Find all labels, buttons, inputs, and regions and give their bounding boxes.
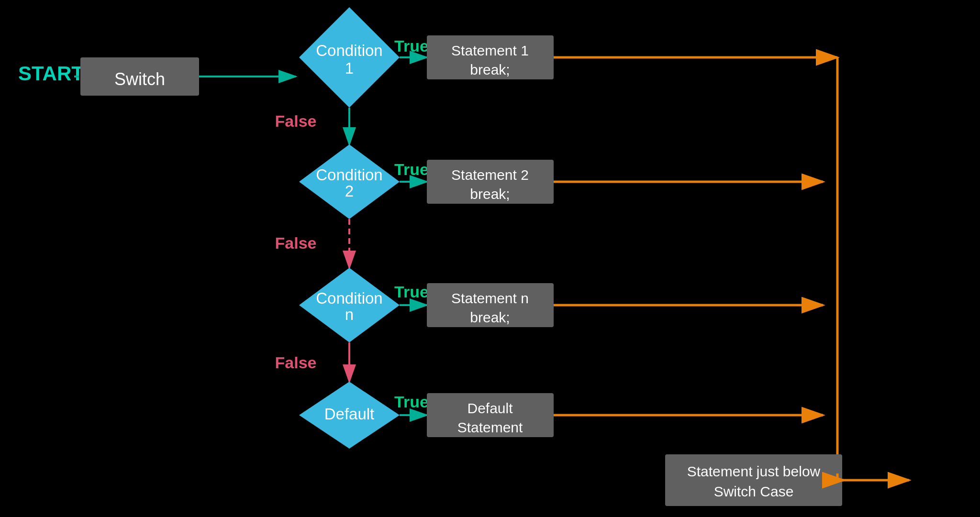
stmtd-line2: Statement <box>457 419 523 435</box>
stmt2-line2: break; <box>470 186 510 202</box>
true2-label: True <box>394 160 429 178</box>
start-label: START <box>18 62 84 85</box>
false2-label: False <box>275 234 317 252</box>
trued-label: True <box>394 393 429 411</box>
stmtd-line1: Default <box>467 400 513 416</box>
condition1-label: Condition <box>316 42 382 59</box>
condition2-label: Condition <box>316 166 382 184</box>
stmt1-line2: break; <box>470 62 510 77</box>
default-label: Default <box>324 405 375 423</box>
stmt1-line1: Statement 1 <box>451 43 529 58</box>
truen-label: True <box>394 283 429 301</box>
stmt-below-line1: Statement just below <box>687 463 821 479</box>
falsen-label: False <box>275 353 317 372</box>
condition1-num: 1 <box>345 59 354 77</box>
switch-label: Switch <box>114 69 165 89</box>
true1-label: True <box>394 37 429 55</box>
conditionn-num: n <box>345 306 354 323</box>
false1-label: False <box>275 112 317 130</box>
stmt-below-line2: Switch Case <box>714 484 794 499</box>
condition2-num: 2 <box>345 182 354 200</box>
stmt2-line1: Statement 2 <box>451 167 529 183</box>
stmtn-line1: Statement n <box>451 290 529 306</box>
stmtn-line2: break; <box>470 309 510 325</box>
conditionn-label: Condition <box>316 289 382 307</box>
